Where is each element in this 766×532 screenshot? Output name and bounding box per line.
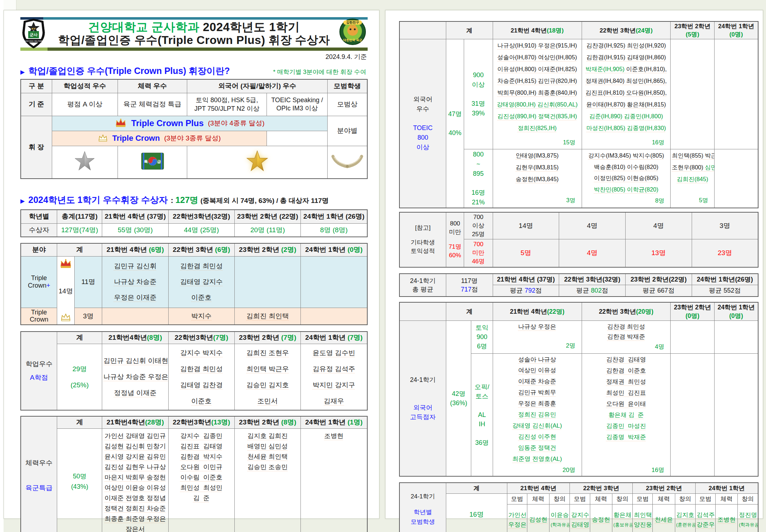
text-line: 김성현 김신휘 민창기 [103, 441, 167, 452]
triple-crown-plus-label: Triple Crown Plus [131, 118, 204, 128]
badge-cell [187, 146, 328, 179]
text-line: 김진표(IH,810) 오다원(IH,850), [583, 87, 670, 99]
row-label: 학업우수 A학점 [21, 332, 57, 410]
physical-excellence-table: 체력우수 육군특급 계 21학번4학년(28명) 22학번3학년(13명) 23… [20, 416, 368, 532]
svg-text:급: 급 [157, 159, 161, 164]
text-line: 16명 [465, 188, 491, 198]
foreign-language-high-scorers-table: 계 21학번 4학년(22명) 22학번 3학년(20명) 23학번 2학년(0… [399, 302, 758, 477]
header-cell: 22학번3학년(32명) [168, 210, 234, 223]
text-line: TOEIC [401, 123, 445, 133]
text-line: 47명 [447, 109, 463, 119]
title-term: 2024학년도 1학기 [199, 20, 300, 34]
text-line: 60% [447, 251, 463, 260]
header-cell: 23학번 2학년 [633, 483, 696, 493]
average-cell: 평균 802점 [559, 285, 626, 297]
header-cell: 23학번 2학년 (7명) [234, 332, 300, 344]
text-line: 박찬민(805) 이학균(820) [583, 184, 670, 195]
section2-heading: ▶ 2024학년도 1학기 우수휘장 수상자 : 127명 (중복제외 시 74… [20, 194, 368, 206]
text-line: 김희진(845) [672, 173, 713, 185]
count-cell: 4명 [559, 212, 626, 239]
text-line: 최민성 최성민 [170, 483, 233, 493]
row-label: TripleCrown [21, 308, 57, 325]
text-line: 오다원 이민규 [170, 462, 233, 472]
text-line: 박희무(800,IH) 최종훈(840,IH) [494, 87, 581, 99]
text-line: (36%) [447, 398, 470, 408]
text-line: 백승훈(810) 이수림(820) [583, 161, 670, 173]
header-cell: 학업성적 우수 [52, 79, 118, 93]
text-line: 토스 [472, 392, 491, 401]
text-line: 강지수 박지수 [170, 345, 233, 361]
name-cell: 김찬경(IH,925) 최민성(IH,920)김한겸(IH,915) 김태영(I… [582, 39, 671, 149]
count-cell: 13명 [625, 239, 692, 267]
row-label: [참고]기타학생토익성적 [399, 212, 446, 267]
text-line: 김희진 조현우 [236, 345, 299, 361]
text-line: 25명 [465, 230, 491, 239]
badge-cell [52, 146, 118, 179]
text-line: 2명 [494, 340, 581, 351]
section1-title: 학업/졸업인증 우수(Triple Crown Plus) 휘장이란? [28, 65, 230, 77]
text-line: 김석주 [697, 510, 714, 520]
text-line: 김진성(890,IH) 정택건(835,IH) [494, 110, 581, 122]
name-cell [714, 39, 758, 149]
text-line: (홍보유공) [613, 520, 631, 529]
text-line: 이상 [465, 222, 491, 230]
text-line: 박지수 [170, 308, 233, 324]
text-line: 김재우 [302, 393, 366, 409]
text-line: 김한겸 박재준 [583, 331, 670, 341]
text-line: 고득점자 [401, 412, 445, 422]
header-cell: 21학번 4학년 [507, 483, 570, 493]
text-line: 윤도영 김수빈 [302, 345, 366, 361]
text-line: 김민규 김신휘 [103, 258, 167, 274]
triple-crown-plus-condition: (3분야 4종류 달성) [208, 119, 264, 128]
row-label: 24-1학기학년별모범학생 [399, 483, 446, 532]
header-cell: 총계(117명) [57, 210, 102, 223]
text-line: 황은채 [613, 510, 631, 520]
text-line: 마은지 박희무 송정헌 [103, 472, 167, 483]
text-line: 외국어 [401, 95, 445, 104]
text-line: 이상 [465, 80, 491, 90]
red-crown-icon [59, 259, 72, 269]
header-cell: 23학번 2학년(5명) [671, 21, 714, 39]
text-line: 50명 [58, 471, 101, 482]
text-line: 오픽/ [472, 382, 491, 392]
summary-table: 학년별 총계(117명) 21학번 4학년 (37명) 22학번3학년(32명)… [20, 209, 368, 237]
sub-header-cell: 모범 [507, 493, 527, 504]
text-line: 마성진(IH,805) 김종명(IH,830) [583, 122, 670, 134]
name-cell: 이윤승(학과유공) [549, 504, 570, 532]
text-line: 김지호 [676, 510, 694, 520]
text-line: 우정은 [508, 520, 526, 529]
text-line: 김 준 [170, 493, 233, 503]
text-line: 21% [465, 198, 491, 207]
page-left: 군사 KONYANG MILITARY KY 건양대학교 군사학과 2024학년… [4, 10, 379, 519]
header-cell: 22학번3학년(13명) [168, 416, 234, 428]
text-line [465, 179, 491, 188]
text-line: 15명 [494, 136, 581, 148]
banner-body: 군사 KONYANG MILITARY KY 건양대학교 군사학과 2024학년… [20, 20, 368, 48]
header-cell: 24학번 1학년(0명) [714, 21, 758, 39]
crown-total-count: 14명 [59, 287, 73, 296]
header-cell: 24학번 1학년 (0명) [301, 243, 367, 256]
bullet-arrow-icon: ▶ [20, 198, 25, 204]
count-cell: 11명 [74, 256, 102, 308]
text-line: 이재준 전영호 정정념 [103, 493, 167, 503]
title-subject: 학업/졸업인증 우수(Triple Crown Plus) 휘장 수상자 [58, 34, 330, 47]
name-cell: 나규상(IH,910) 우정은(915,IH)성솔아(IH,870) 여상민(I… [493, 39, 582, 149]
svg-text:군사: 군사 [30, 33, 38, 37]
foreign-language-toeic-table: 계 21학번 4학년(18명) 22학번 3학년(24명) 23학번 2학년(5… [399, 21, 758, 208]
header-cell: 24학번 1학년 (7명) [301, 332, 367, 344]
text-line: 정진명 [739, 510, 757, 520]
header-cell: 계 [57, 416, 102, 428]
name-cell: 안태영(IM3,875)김현우(IM3,815)송정헌(IM3,845)3명 [493, 149, 582, 208]
name-cell: 김찬경 최민성김한겸 박재준4명 [582, 320, 671, 353]
name-cell [714, 149, 758, 208]
sub-header-cell: 체력 [590, 493, 612, 504]
triple-crown-label: Triple Crown [112, 134, 160, 143]
name-cell: 강지수 박지수김한겸 최민성김태영 김찬경이준호 [168, 344, 234, 410]
text-line: 김희진 최인택 [236, 308, 299, 324]
header-cell: 23학번 2학년(0명) [671, 302, 714, 321]
triple-crown-table: 분야 계 21학번 4학년 (6명) 22학번 3학년 (6명) 23학번 2학… [20, 243, 368, 325]
title-school: 건양대학교 군사학과 [88, 20, 199, 34]
colon: : [171, 196, 173, 205]
header-cell: 24학번 1학년 [695, 483, 758, 493]
text-line: 나규상 차승준 [103, 274, 167, 290]
